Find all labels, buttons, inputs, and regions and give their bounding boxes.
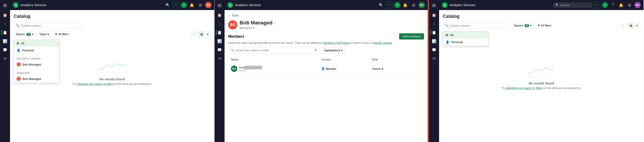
mail-icon-p2[interactable]: ✉	[216, 55, 223, 62]
search-icon-panel1[interactable]: 🔍	[164, 2, 171, 8]
star-icon-p2[interactable]: ☆	[216, 20, 223, 28]
search-icon-members: 🔍	[231, 49, 234, 52]
help-icon-panel3[interactable]: ?	[610, 2, 616, 8]
space-name-panel2: Bob Managed	[240, 20, 272, 26]
add-button-panel1[interactable]: +	[181, 2, 187, 8]
chart-icon[interactable]: 📊	[1, 38, 9, 45]
filter-icon-members[interactable]: ⚗	[314, 49, 317, 52]
back-arrow-icon: ←	[228, 14, 231, 17]
grid-icon-panel2[interactable]: ⊞	[410, 2, 417, 8]
chat-icon-p2[interactable]: 💬	[216, 46, 223, 54]
content-search-panel1[interactable]: 🔍	[14, 22, 82, 28]
col-access: Access	[318, 56, 370, 63]
mail-icon[interactable]: ✉	[1, 55, 9, 62]
spaces-personal-option-p3[interactable]: 👤 Personal	[443, 38, 488, 46]
mail-icon-p3[interactable]: ✉	[430, 55, 438, 62]
members-tab-panel2[interactable]: Members	[240, 26, 252, 30]
svg-rect-0	[98, 72, 126, 73]
grid-view-btn-panel1[interactable]: ⊞	[198, 32, 205, 37]
chart-icon-p3[interactable]: 📊	[430, 38, 438, 45]
bell-icon-panel2[interactable]: 🔔	[402, 2, 408, 8]
recently-viewed-section: Recently viewed	[14, 56, 59, 60]
qlik-logo-panel3: Q	[442, 2, 448, 8]
star-icon[interactable]: ☆	[1, 20, 9, 28]
role-chevron-icon: ▾	[382, 67, 384, 70]
list-view-btn-panel1[interactable]: ≡	[205, 32, 210, 37]
adjust-link-panel3[interactable]: adjusting your search or filters	[506, 86, 542, 90]
catalog-icon[interactable]: 📋	[1, 29, 9, 36]
home-icon-p2[interactable]: 🏠	[216, 12, 223, 19]
sort-btn-panel1[interactable]: ↕	[191, 32, 196, 37]
sort-btn-panel3[interactable]: ↕	[620, 23, 626, 28]
col-role: Role	[370, 56, 410, 63]
add-members-button[interactable]: Add members	[399, 33, 424, 40]
sort-chevron-icon: ▾	[341, 49, 342, 52]
content-area-panel2: ← Back BO Bob Managed ✏ Members ▾	[224, 10, 428, 142]
avatar-panel1[interactable]: BE	[205, 2, 212, 8]
nav-search-panel3[interactable]: 🔍	[554, 2, 592, 8]
monitor-icon-panel3[interactable]: 👁	[594, 2, 600, 8]
member-search-box[interactable]: 🔍 ⚗	[228, 47, 320, 54]
all-filters-btn-panel1[interactable]: ⚗ All filters	[53, 32, 70, 37]
member-search-input[interactable]	[236, 49, 313, 52]
types-dropdown-panel1[interactable]: Types ▾	[37, 32, 51, 37]
avatar-panel2[interactable]: BO	[418, 2, 425, 8]
dropdown-separator-1	[14, 55, 59, 55]
table-row: BO bob████████ bob///// 👤 Member	[228, 63, 424, 74]
avatar-panel3[interactable]: MA	[634, 2, 641, 8]
list-view-btn-panel3[interactable]: ≡	[634, 23, 640, 28]
hamburger-icon[interactable]	[1, 2, 9, 9]
spaces-bob-managed-label: Bob Managed	[22, 77, 41, 80]
spaces-all-option-p3[interactable]: ⊞ All	[443, 32, 488, 38]
grid-view-btn-panel3[interactable]: ⊞	[628, 23, 634, 28]
catalog-icon-p2[interactable]: 📋	[216, 29, 223, 36]
spaces-dropdown-panel1[interactable]: Spaces All ▾	[14, 32, 35, 37]
back-link-panel2[interactable]: ← Back	[228, 14, 424, 17]
content-search-panel3[interactable]: 🔍	[443, 22, 510, 28]
spaces-badge-panel3: All	[524, 24, 529, 27]
nav-search-input-panel3[interactable]	[560, 4, 590, 7]
spaces-all-option[interactable]: ⊞ All	[14, 40, 59, 47]
spaces-bob-recently[interactable]: B Bob Managed	[14, 60, 59, 68]
add-button-panel3[interactable]: +	[602, 2, 608, 8]
topnav-panel2: Q Analytics Services 🔍 👁 + 🔔 ⊞ BO	[224, 0, 428, 10]
edit-icon-panel2[interactable]: ✏	[274, 21, 276, 25]
search-input-panel3[interactable]	[450, 24, 508, 28]
sidebar-panel2: 🏠 ☆ 📋 📊 💬 ✉	[214, 0, 224, 142]
hamburger-icon-p3[interactable]	[430, 2, 438, 9]
grid-icon-panel1[interactable]: ⊞	[197, 2, 203, 8]
spaces-dropdown-panel3[interactable]: Spaces All ▾	[512, 23, 534, 28]
chat-icon[interactable]: 💬	[1, 46, 9, 54]
search-icon-panel2[interactable]: 🔍	[378, 2, 384, 8]
members-title: Members	[228, 34, 244, 38]
bell-icon-panel3[interactable]: 🔔	[618, 2, 624, 8]
hamburger-icon-p2[interactable]	[216, 2, 223, 9]
monitor-icon-panel1[interactable]: 👁	[173, 2, 179, 8]
personal-icon-option: 👤	[17, 49, 20, 52]
members-link[interactable]: members of the space	[322, 41, 350, 44]
chat-icon-p3[interactable]: 💬	[430, 46, 438, 54]
spaces-bob-managed[interactable]: B Bob Managed	[14, 75, 59, 83]
spaces-personal-option[interactable]: 👤 Personal	[14, 47, 59, 54]
role-dropdown[interactable]: Owner ▾	[372, 67, 408, 70]
monitor-icon-panel2[interactable]: 👁	[386, 2, 392, 8]
adjust-link-panel1[interactable]: adjusting your search or filters	[77, 82, 114, 86]
access-label: Member	[326, 67, 336, 70]
space-subtitle-panel2: Members ▾	[240, 26, 276, 30]
alphabetical-sort[interactable]: Alphabetical ▾	[321, 47, 345, 54]
spaces-all-label-p3: All	[450, 33, 453, 37]
home-icon[interactable]: 🏠	[1, 12, 9, 19]
all-filters-btn-panel3[interactable]: ⚗ All filters	[535, 23, 553, 28]
chart-icon-p2[interactable]: 📊	[216, 38, 223, 45]
bell-icon-panel1[interactable]: 🔔	[189, 2, 195, 8]
row-actions-cell	[410, 63, 424, 74]
qlik-logo-panel1: Q	[13, 2, 19, 8]
catalog-icon-p3[interactable]: 📋	[430, 29, 438, 36]
add-button-panel2[interactable]: +	[394, 2, 400, 8]
grid-icon-panel3[interactable]: ⊞	[626, 2, 632, 8]
star-icon-p3[interactable]: ☆	[430, 20, 438, 28]
content-link[interactable]: specific content	[373, 41, 392, 44]
search-input-panel1[interactable]	[21, 24, 80, 28]
spaces-badge-panel1: All	[26, 33, 31, 36]
home-icon-p3[interactable]: 🏠	[430, 12, 438, 19]
